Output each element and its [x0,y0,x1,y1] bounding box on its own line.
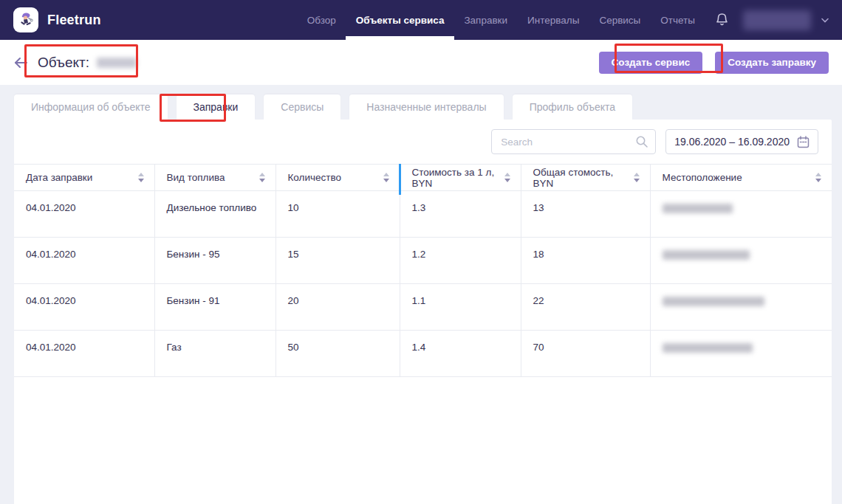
table-row[interactable]: 04.01.2020 Бензин - 91 20 1.1 22 [14,284,832,331]
sort-icon[interactable] [815,173,821,182]
cell-fuel-type: Газ [154,331,275,377]
top-navbar: Fleetrun Обзор Объекты сервиса Заправки … [0,0,842,40]
nav-item-service-objects[interactable]: Объекты сервиса [356,0,445,40]
sort-icon[interactable] [383,173,389,182]
cell-total: 22 [521,284,650,331]
cell-location-blurred [650,191,832,238]
cell-date: 04.01.2020 [14,284,154,331]
cell-date: 04.01.2020 [14,191,154,238]
tab-object-profile[interactable]: Профиль объекта [513,94,633,120]
page-title-label: Объект: [38,55,89,71]
col-header-price-per-liter[interactable]: Стоимость за 1 л, BYN [400,165,521,191]
table-row[interactable]: 04.01.2020 Дизельное топливо 10 1.3 13 [14,191,832,238]
nav-item-overview[interactable]: Обзор [307,0,336,40]
cell-price: 1.2 [400,238,521,284]
search-input[interactable] [491,129,656,154]
cell-location-blurred [650,331,832,377]
nav-item-services[interactable]: Сервисы [599,0,640,40]
cell-location-blurred [650,284,832,331]
tab-fuelings[interactable]: Заправки [177,94,256,120]
nav-item-intervals[interactable]: Интервалы [527,0,579,40]
date-range-value: 19.06.2020 – 16.09.2020 [674,136,790,148]
cell-quantity: 20 [275,284,400,331]
fleetrun-logo-icon [13,7,38,32]
cell-fuel-type: Дизельное топливо [154,191,275,238]
calendar-icon [797,136,810,148]
sort-icon[interactable] [138,173,144,182]
brand-name: Fleetrun [47,13,101,28]
tab-services[interactable]: Сервисы [264,94,340,120]
sort-icon[interactable] [634,173,640,182]
create-fueling-button[interactable]: Создать заправку [715,52,829,74]
col-header-location[interactable]: Местоположение [650,165,832,191]
col-header-quantity[interactable]: Количество [275,165,400,191]
cell-location-blurred [650,238,832,284]
sort-icon[interactable] [259,173,265,182]
table-header-row: Дата заправки Вид топлива Количество Сто… [14,165,832,191]
col-header-fuel-type[interactable]: Вид топлива [154,165,275,191]
col-header-date[interactable]: Дата заправки [14,165,154,191]
column-highlight-line [399,164,401,195]
cell-quantity: 15 [275,238,400,284]
col-header-total-cost[interactable]: Общая стомость, BYN [521,165,650,191]
search-box [491,129,656,154]
cell-total: 13 [521,191,650,238]
page-header: Объект: Создать сервис Создать заправку [0,40,842,85]
date-range-picker[interactable]: 19.06.2020 – 16.09.2020 [665,129,818,154]
user-account-blurred[interactable] [743,10,811,30]
chevron-down-icon[interactable] [821,18,829,23]
cell-price: 1.4 [400,331,521,377]
cell-price: 1.1 [400,284,521,331]
unit-name-blurred [97,58,137,68]
tab-assigned-intervals[interactable]: Назначенные интервалы [349,94,503,120]
fuelings-panel: 19.06.2020 – 16.09.2020 Дата заправки Ви… [14,120,832,504]
page-title: Объект: [38,55,137,71]
object-tabs: Информация об объекте Заправки Сервисы Н… [14,94,632,120]
search-icon [635,135,648,148]
cell-fuel-type: Бензин - 95 [154,238,275,284]
cell-price: 1.3 [400,191,521,238]
nav-item-reports[interactable]: Отчеты [660,0,695,40]
main-nav: Обзор Объекты сервиса Заправки Интервалы… [307,0,695,40]
back-arrow-icon[interactable] [13,57,28,69]
header-buttons: Создать сервис Создать заправку [599,52,829,74]
create-service-button[interactable]: Создать сервис [599,52,703,74]
nav-item-fuelings[interactable]: Заправки [464,0,507,40]
cell-quantity: 10 [275,191,400,238]
cell-date: 04.01.2020 [14,238,154,284]
notifications-bell-icon[interactable] [714,12,730,28]
cell-date: 04.01.2020 [14,331,154,377]
cell-total: 70 [521,331,650,377]
cell-fuel-type: Бензин - 91 [154,284,275,331]
tab-object-info[interactable]: Информация об объекте [14,94,168,120]
cell-quantity: 50 [275,331,400,377]
table-row[interactable]: 04.01.2020 Газ 50 1.4 70 [14,331,832,377]
table-row[interactable]: 04.01.2020 Бензин - 95 15 1.2 18 [14,238,832,284]
table-toolbar: 19.06.2020 – 16.09.2020 [491,129,818,154]
sort-icon[interactable] [504,173,510,182]
fuelings-table: Дата заправки Вид топлива Количество Сто… [14,164,832,377]
cell-total: 18 [521,238,650,284]
